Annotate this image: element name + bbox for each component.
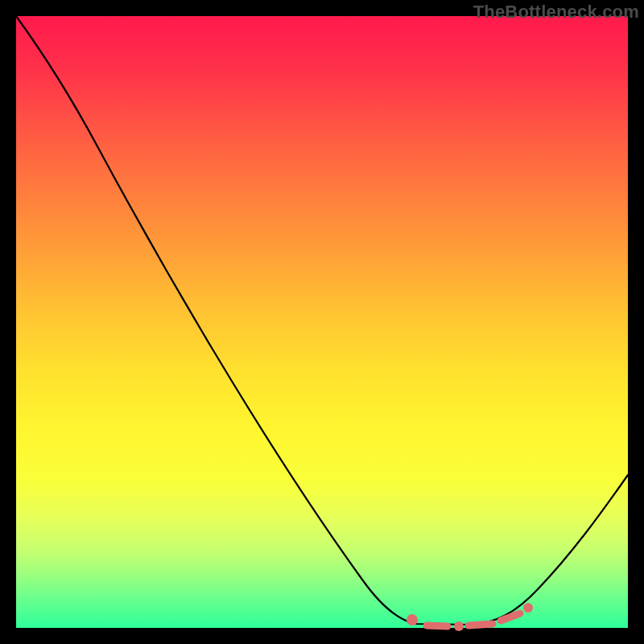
marker-dash	[501, 613, 520, 621]
chart-frame	[16, 16, 628, 628]
marker-dot	[407, 614, 418, 625]
bottleneck-curve	[16, 16, 628, 625]
marker-dot	[454, 621, 464, 631]
chart-svg	[16, 16, 628, 628]
watermark-text: TheBottleneck.com	[473, 2, 639, 23]
marker-dash	[427, 625, 448, 626]
marker-dot	[523, 603, 533, 613]
marker-dash	[469, 624, 493, 625]
